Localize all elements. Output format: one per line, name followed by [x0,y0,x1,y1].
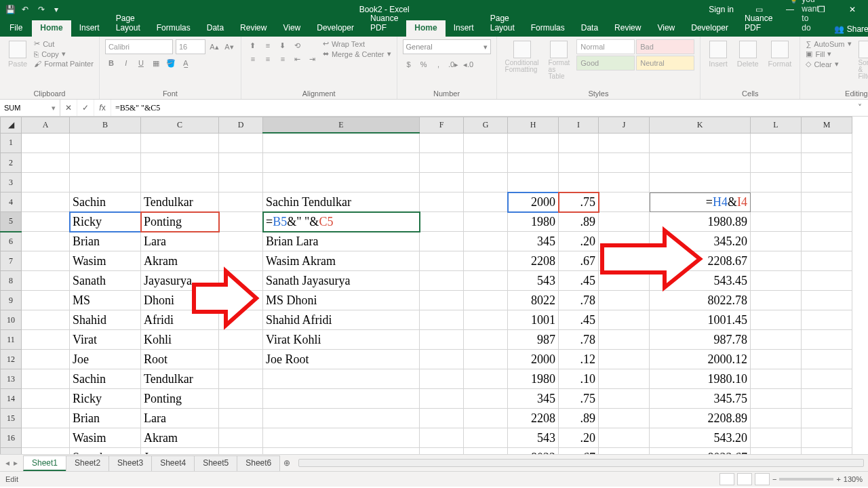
font-name-combo[interactable]: Calibri [105,39,173,54]
cell-H9[interactable]: 8022 [508,291,559,310]
name-box[interactable]: SUM▾ [0,100,60,116]
cell-H16[interactable]: 543 [508,428,559,448]
formula-bar-input[interactable]: =B5&" "&C5 [111,103,852,113]
new-sheet-button[interactable]: ⊕ [279,458,294,468]
cell-M17[interactable] [802,448,852,455]
col-header-D[interactable]: D [219,117,263,134]
cell-J17[interactable] [599,448,650,455]
cell-B3[interactable] [70,173,141,192]
cell-E14[interactable] [263,389,420,409]
cell-J15[interactable] [599,409,650,428]
font-color-button[interactable]: A̲ [180,57,192,69]
cell-M16[interactable] [802,428,852,448]
cell-C9[interactable]: Dhoni [141,291,219,310]
tab-view[interactable]: View [649,20,683,37]
cell-M15[interactable] [802,409,852,428]
row-header-12[interactable]: 12 [1,350,22,369]
cell-G1[interactable] [464,133,508,153]
cell-A10[interactable] [22,310,70,330]
cell-E2[interactable] [263,153,420,173]
cell-L7[interactable] [751,251,802,271]
row-header-1[interactable]: 1 [1,133,22,153]
cell-C6[interactable]: Lara [141,232,219,251]
cell-L12[interactable] [751,350,802,369]
row-header-11[interactable]: 11 [1,330,22,350]
row-header-4[interactable]: 4 [1,192,22,212]
row-header-2[interactable]: 2 [1,153,22,173]
col-header-J[interactable]: J [599,117,650,134]
cell-I14[interactable]: .75 [559,389,599,409]
cell-K15[interactable]: 2208.89 [650,409,751,428]
tab-data[interactable]: Data [199,20,232,37]
cell-D1[interactable] [219,133,263,153]
tab-nuance-pdf[interactable]: Nuance PDF [362,11,406,37]
cell-I3[interactable] [559,173,599,192]
row-header-6[interactable]: 6 [1,232,22,251]
cell-F9[interactable] [420,291,464,310]
share-button[interactable]: 👥 Share [827,22,868,37]
cell-J13[interactable] [599,369,650,389]
cell-B12[interactable]: Joe [70,350,141,369]
cancel-formula-icon[interactable]: ✕ [60,100,77,116]
cell-E11[interactable]: Virat Kohli [263,330,420,350]
tab-review[interactable]: Review [606,20,649,37]
tab-nuance-pdf[interactable]: Nuance PDF [736,11,781,37]
cell-M13[interactable] [802,369,852,389]
cell-H12[interactable]: 2000 [508,350,559,369]
paste-button[interactable]: Paste [5,39,30,69]
autosum-button[interactable]: ∑ AutoSum ▾ [806,39,851,48]
align-right-icon[interactable]: ≡ [277,53,289,65]
orientation-icon[interactable]: ⟲ [292,39,304,52]
cell-A13[interactable] [22,369,70,389]
cell-D5[interactable] [219,212,263,232]
cell-I5[interactable]: .89 [559,212,599,232]
cell-H2[interactable] [508,153,559,173]
format-painter-button[interactable]: 🖌 Format Painter [34,60,94,68]
cell-B5[interactable]: Ricky [70,212,141,232]
cell-I16[interactable]: .20 [559,428,599,448]
cell-E7[interactable]: Wasim Akram [263,251,420,271]
cell-C5[interactable]: Ponting [141,212,219,232]
row-header-15[interactable]: 15 [1,409,22,428]
cell-I2[interactable] [559,153,599,173]
cell-M14[interactable] [802,389,852,409]
row-header-7[interactable]: 7 [1,251,22,271]
cell-D9[interactable] [219,291,263,310]
cell-F6[interactable] [420,232,464,251]
cell-M7[interactable] [802,251,852,271]
cell-F12[interactable] [420,350,464,369]
cell-M4[interactable] [802,192,852,212]
zoom-level[interactable]: 130% [844,475,863,483]
cell-G11[interactable] [464,330,508,350]
cell-G12[interactable] [464,350,508,369]
sheet-nav-next-icon[interactable]: ▸ [14,458,18,468]
cell-H11[interactable]: 987 [508,330,559,350]
cell-A15[interactable] [22,409,70,428]
cell-G3[interactable] [464,173,508,192]
cell-B2[interactable] [70,153,141,173]
cell-A14[interactable] [22,389,70,409]
cell-B9[interactable]: MS [70,291,141,310]
undo-icon[interactable]: ↶ [22,5,31,14]
cell-A6[interactable] [22,232,70,251]
cell-B16[interactable]: Wasim [70,428,141,448]
cell-A5[interactable] [22,212,70,232]
percent-icon[interactable]: % [418,58,430,70]
sheet-tab-sheet4[interactable]: Sheet4 [151,455,195,471]
indent-inc-icon[interactable]: ⇥ [307,53,319,65]
cell-L4[interactable] [751,192,802,212]
cell-L5[interactable] [751,212,802,232]
cell-K9[interactable]: 8022.78 [650,291,751,310]
sheet-tab-sheet5[interactable]: Sheet5 [194,455,237,471]
tab-review[interactable]: Review [232,20,275,37]
cell-E4[interactable]: Sachin Tendulkar [263,192,420,212]
cell-H8[interactable]: 543 [508,271,559,291]
cell-J6[interactable] [599,232,650,251]
cell-J7[interactable] [599,251,650,271]
tab-insert[interactable]: Insert [71,20,108,37]
cell-I17[interactable]: .67 [559,448,599,455]
cell-J9[interactable] [599,291,650,310]
cell-I13[interactable]: .10 [559,369,599,389]
cell-K6[interactable]: 345.20 [650,232,751,251]
number-format-combo[interactable]: General▾ [403,39,491,54]
